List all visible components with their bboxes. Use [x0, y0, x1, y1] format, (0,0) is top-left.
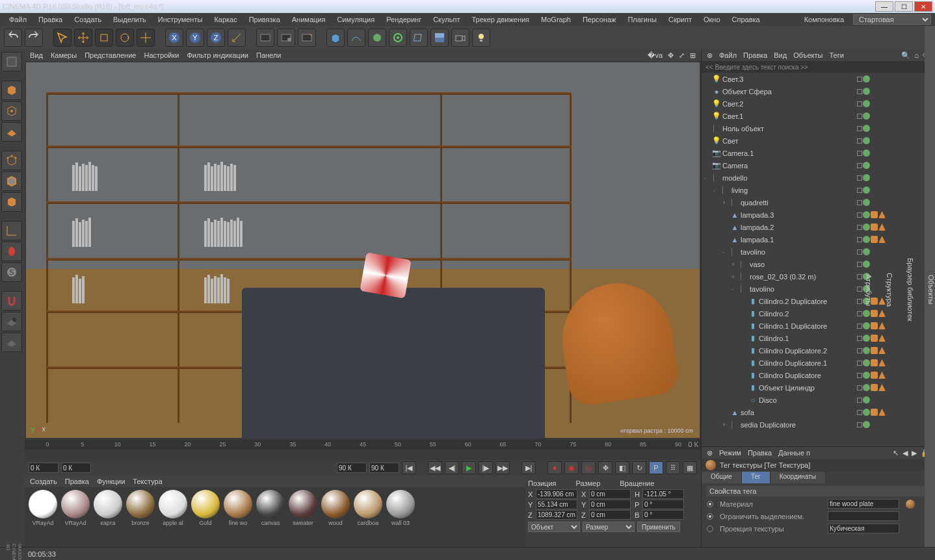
material-item[interactable]: Gold: [190, 490, 221, 544]
tree-row[interactable]: ▮Cilindro.2: [702, 307, 935, 320]
tree-row[interactable]: -⎸living: [702, 184, 935, 196]
obj-menu-objects[interactable]: Объекты: [793, 51, 823, 59]
camera-button[interactable]: [451, 29, 469, 47]
restrict-field[interactable]: [828, 511, 899, 521]
y-axis-button[interactable]: Y: [186, 29, 204, 47]
menu-file[interactable]: Файл: [4, 14, 32, 25]
tree-row[interactable]: +⎸sedia Duplicatore: [702, 418, 935, 431]
tree-row[interactable]: ▮Cilindro Duplicatore.2: [702, 344, 935, 357]
undo-button[interactable]: [4, 29, 22, 47]
edge-mode-button[interactable]: [1, 172, 22, 191]
deformer-button[interactable]: [410, 29, 428, 47]
render-settings-button[interactable]: [298, 29, 316, 47]
nav-back-icon[interactable]: ◀: [902, 449, 908, 457]
sidetab-structure[interactable]: Структура: [886, 273, 893, 307]
snap-button[interactable]: [1, 291, 22, 311]
key-pla-button[interactable]: ⠿: [666, 461, 680, 474]
material-item[interactable]: fine wo: [222, 490, 254, 544]
maximize-button[interactable]: ☐: [895, 1, 913, 12]
menu-edit[interactable]: Правка: [33, 14, 68, 25]
menu-sculpt[interactable]: Скульпт: [428, 14, 465, 25]
tree-row[interactable]: ●Объект Сфера: [702, 85, 935, 97]
spline-button[interactable]: [347, 29, 365, 47]
material-item[interactable]: canvas: [255, 490, 286, 544]
mat-menu-edit[interactable]: Правка: [65, 477, 89, 485]
size-y-input[interactable]: [589, 500, 631, 509]
coord-object-select[interactable]: Объект: [528, 522, 580, 532]
next-frame-button[interactable]: |▶: [479, 461, 493, 474]
viewport-solo-button[interactable]: S: [1, 262, 22, 282]
tree-row[interactable]: +⎸vaso: [702, 258, 935, 270]
tree-row[interactable]: ⎸Ноль объект: [702, 122, 935, 134]
rot-h-input[interactable]: [642, 489, 684, 499]
tree-row[interactable]: 💡Свет.2: [702, 97, 935, 110]
render-view-button[interactable]: [256, 29, 274, 47]
restrict-radio[interactable]: [707, 513, 713, 520]
tree-row[interactable]: ▲lampada.1: [702, 233, 935, 246]
material-item[interactable]: apple al: [157, 490, 189, 544]
material-item[interactable]: bronze: [125, 490, 156, 544]
menu-script[interactable]: Скрипт: [663, 14, 697, 25]
key-param-button[interactable]: P: [649, 461, 663, 474]
tree-row[interactable]: 📷Camera: [702, 159, 935, 172]
light-button[interactable]: [472, 29, 490, 47]
minimize-button[interactable]: —: [875, 1, 893, 12]
material-item[interactable]: карта: [92, 490, 124, 544]
keyframe-sel-button[interactable]: ◎: [581, 461, 596, 474]
start-frame-input[interactable]: [29, 463, 59, 473]
attr-menu-mode[interactable]: Режим: [719, 449, 741, 457]
close-panel-icon[interactable]: ⊗: [707, 449, 713, 457]
texture-mode-button[interactable]: [1, 101, 22, 121]
tree-row[interactable]: ▮Cilindro Duplicatore.1: [702, 357, 935, 369]
redo-button[interactable]: [25, 29, 43, 47]
viewport[interactable]: Перспектива нтервал растра : 10000 cm y …: [26, 62, 700, 438]
material-item[interactable]: VRayAd: [60, 490, 91, 544]
sidetab-attributes[interactable]: Атрибуты: [865, 274, 873, 306]
tree-row[interactable]: 💡Свет.3: [702, 73, 935, 85]
attr-menu-edit[interactable]: Правка: [748, 449, 772, 457]
view-menu-filter[interactable]: Фильтр индикации: [187, 51, 248, 59]
startb-frame-input[interactable]: [61, 463, 91, 473]
prev-frame-button[interactable]: ◀|: [445, 461, 459, 474]
nurbs-button[interactable]: [368, 29, 386, 47]
tree-row[interactable]: ▲sofa: [702, 406, 935, 418]
tree-row[interactable]: ▮Cilindro.1 Duplicatore: [702, 320, 935, 332]
mat-menu-func[interactable]: Функции: [97, 477, 125, 485]
planar-workplane-button[interactable]: [1, 333, 22, 352]
tree-row[interactable]: ▲lampada.2: [702, 221, 935, 233]
end-frame-input[interactable]: [337, 463, 367, 473]
point-mode-button[interactable]: [1, 151, 22, 170]
record-button[interactable]: ●: [547, 461, 562, 474]
tab-coords[interactable]: Координаты: [770, 472, 826, 483]
next-key-button[interactable]: ▶▶: [495, 461, 510, 474]
time-ruler[interactable]: 051015202530354045505560657075808590 0 К: [25, 439, 701, 450]
nav-icon[interactable]: ⤢: [679, 51, 685, 60]
material-item[interactable]: wood: [320, 490, 351, 544]
projection-radio[interactable]: [707, 526, 713, 532]
tree-row[interactable]: 📷Camera.1: [702, 147, 935, 159]
poly-mode-button[interactable]: [1, 192, 22, 212]
obj-menu-edit[interactable]: Правка: [743, 51, 767, 59]
model-mode-button[interactable]: [1, 81, 22, 100]
arrow-icon[interactable]: ↖: [893, 449, 899, 457]
key-pos-button[interactable]: ✥: [598, 461, 612, 474]
view-menu-options[interactable]: Настройки: [144, 51, 179, 59]
menu-simulation[interactable]: Симуляция: [332, 14, 380, 25]
home-icon[interactable]: ⌂: [914, 51, 919, 60]
tree-row[interactable]: +⎸quadretti: [702, 196, 935, 209]
key-rot-button[interactable]: ↻: [632, 461, 646, 474]
locked-workplane-button[interactable]: [1, 312, 22, 331]
menu-tools[interactable]: Инструменты: [153, 14, 208, 25]
material-swatch-icon[interactable]: [906, 500, 915, 509]
x-axis-button[interactable]: X: [165, 29, 183, 47]
menu-plugins[interactable]: Плагины: [622, 14, 662, 25]
size-x-input[interactable]: [589, 489, 631, 499]
coord-size-select[interactable]: Размер: [583, 522, 635, 532]
coord-system-button[interactable]: [228, 29, 246, 47]
menu-select[interactable]: Выделить: [108, 14, 151, 25]
key-anim-button[interactable]: ▦: [683, 461, 697, 474]
sidetab-objects[interactable]: Объекты: [927, 275, 935, 304]
view-menu-display[interactable]: Представление: [85, 51, 136, 59]
lastused-button[interactable]: [137, 29, 155, 47]
view-menu-cameras[interactable]: Камеры: [51, 51, 77, 59]
